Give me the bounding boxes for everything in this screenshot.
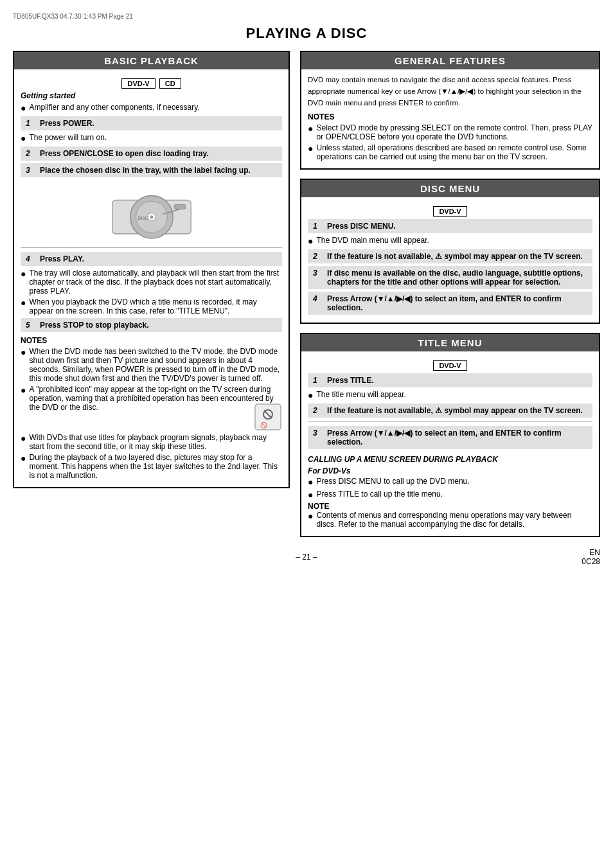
note3-text: With DVDs that use titles for playback p… (29, 433, 282, 451)
step3-num: 3 (26, 166, 36, 175)
disc-menu-badge-row: DVD-V (308, 206, 592, 217)
step5-num: 5 (26, 321, 36, 330)
note4-item: ● During the playback of a two layered d… (21, 453, 282, 480)
step2-text: Press OPEN/CLOSE to open disc loading tr… (40, 149, 209, 158)
dm-bullet1-text: The DVD main menu will appear. (317, 236, 429, 245)
title-menu-badge-row: DVD-V (308, 360, 592, 371)
bullet-amplifier: ● Amplifier and any other components, if… (21, 103, 282, 114)
title-menu-body: DVD-V 1 Press TITLE. ● The title menu wi… (301, 351, 599, 536)
calling-note-heading: NOTE (308, 502, 592, 511)
note2-item: ● A "prohibited icon" may appear at the … (21, 385, 282, 431)
step1-num: 1 (26, 119, 36, 128)
left-column: BASIC PLAYBACK DVD-V CD Getting started … (13, 51, 290, 546)
disc-menu-step2: 2 If the feature is not available, ⚠ sym… (308, 249, 592, 263)
general-body-text: DVD may contain menus to navigate the di… (308, 75, 592, 109)
bullet-icon: ● (21, 453, 26, 464)
bullet-icon: ● (308, 143, 313, 154)
page-header: TD805UF.QX33 04.7.30 1:43 PM Page 21 (13, 13, 600, 20)
cd-badge: CD (159, 78, 181, 89)
calling-bullet1: ● Press DISC MENU to call up the DVD men… (308, 477, 592, 488)
bullet-play2: ● When you playback the DVD which a titl… (21, 297, 282, 315)
prohibited-icon: 🚫 (254, 403, 282, 431)
notes-heading-left: NOTES (21, 336, 282, 345)
bullet-icon: ● (308, 477, 313, 488)
tm-bullet1-text: The title menu will appear. (317, 390, 406, 399)
getting-started-label: Getting started (21, 91, 282, 100)
general-note2: ● Unless stated, all operations describe… (308, 143, 592, 161)
step3-row: 3 Place the chosen disc in the tray, wit… (21, 163, 282, 177)
footer-lang: EN (589, 548, 600, 557)
step1-text: Press POWER. (40, 119, 94, 128)
dvdv-badge: DVD-V (121, 78, 155, 89)
note1-item: ● When the DVD mode has been switched to… (21, 347, 282, 383)
disc-svg: DISC (107, 182, 197, 240)
note1-text: When the DVD mode has been switched to t… (29, 347, 282, 383)
calling-bullet1-text: Press DISC MENU to call up the DVD menu. (317, 477, 470, 486)
tm-step2-num: 2 (313, 406, 323, 415)
calling-bullet2: ● Press TITLE to call up the title menu. (308, 490, 592, 500)
disc-menu-step3: 3 If disc menu is available on the disc,… (308, 266, 592, 289)
calling-section: CALLING UP A MENU SCREEN DURING PLAYBACK… (308, 454, 592, 529)
general-note1: ● Select DVD mode by pressing SELECT on … (308, 123, 592, 141)
title-menu-step1: 1 Press TITLE. (308, 373, 592, 387)
title-menu-divider (308, 421, 592, 422)
bullet-icon: ● (308, 490, 313, 500)
page-footer: – 21 – EN 0C28 (13, 553, 600, 562)
footer-lang-code: EN 0C28 (582, 548, 600, 566)
disc-menu-header: DISC MENU (301, 180, 599, 197)
tm-bullet1: ● The title menu will appear. (308, 390, 592, 401)
svg-rect-5 (174, 204, 186, 209)
bullet-play1: ● The tray will close automatically, and… (21, 269, 282, 296)
calling-heading: CALLING UP A MENU SCREEN DURING PLAYBACK (308, 454, 592, 465)
bullet-icon: ● (308, 236, 313, 247)
disc-menu-dvdv-badge: DVD-V (433, 206, 466, 217)
dm-step3-num: 3 (313, 269, 323, 278)
calling-note1: ● Contents of menus and corresponding me… (308, 511, 592, 529)
page-number: – 21 – (296, 553, 317, 562)
bullet-icon: ● (21, 297, 26, 308)
tm-step1-num: 1 (313, 376, 323, 385)
dm-bullet1: ● The DVD main menu will appear. (308, 236, 592, 247)
step2-row: 2 Press OPEN/CLOSE to open disc loading … (21, 146, 282, 161)
disc-menu-section: DISC MENU DVD-V 1 Press DISC MENU. ● The… (300, 179, 600, 324)
dm-step1-text: Press DISC MENU. (327, 222, 396, 231)
svg-text:DISC: DISC (138, 216, 148, 220)
svg-text:🚫: 🚫 (260, 421, 268, 429)
basic-playback-header: BASIC PLAYBACK (14, 52, 289, 69)
right-column: GENERAL FEATURES DVD may contain menus t… (300, 51, 600, 546)
play2-text: When you playback the DVD which a title … (29, 297, 282, 315)
bullet-icon: ● (21, 385, 26, 396)
step4-text: Press PLAY. (40, 254, 84, 263)
general-features-header: GENERAL FEATURES (301, 52, 599, 69)
disc-menu-step1: 1 Press DISC MENU. (308, 219, 592, 233)
dm-step4-num: 4 (313, 294, 323, 303)
disc-menu-step4: 4 Press Arrow (▼/▲/▶/◀) to select an ite… (308, 292, 592, 315)
dm-step2-num: 2 (313, 252, 323, 261)
main-content: BASIC PLAYBACK DVD-V CD Getting started … (13, 51, 600, 546)
note2-text: A "prohibited icon" may appear at the to… (29, 385, 282, 431)
title-menu-dvdv-badge: DVD-V (433, 360, 466, 371)
note4-text: During the playback of a two layered dis… (29, 453, 282, 480)
tm-step1-text: Press TITLE. (327, 376, 374, 385)
disc-image: DISC (21, 182, 282, 242)
tm-step3-num: 3 (313, 429, 323, 438)
title-menu-section: TITLE MENU DVD-V 1 Press TITLE. ● The ti… (300, 333, 600, 537)
bullet-icon: ● (21, 133, 26, 144)
note3-item: ● With DVDs that use titles for playback… (21, 433, 282, 451)
step1-row: 1 Press POWER. (21, 116, 282, 130)
bullet-icon: ● (308, 390, 313, 401)
general-features-section: GENERAL FEATURES DVD may contain menus t… (300, 51, 600, 170)
play1-text: The tray will close automatically, and p… (29, 269, 282, 296)
svg-point-4 (150, 215, 153, 218)
dm-step3-text: If disc menu is available on the disc, a… (327, 269, 587, 287)
general-notes-heading: NOTES (308, 112, 592, 121)
bullet-icon: ● (308, 511, 313, 522)
power-text: The power will turn on. (29, 133, 107, 142)
step4-row: 4 Press PLAY. (21, 252, 282, 266)
bullet-icon: ● (21, 347, 26, 358)
basic-playback-body: DVD-V CD Getting started ● Amplifier and… (14, 69, 289, 487)
step2-num: 2 (26, 149, 36, 158)
file-info: TD805UF.QX33 04.7.30 1:43 PM Page 21 (13, 13, 133, 20)
step5-row: 5 Press STOP to stop playback. (21, 318, 282, 332)
for-dvd-label: For DVD-Vs (308, 466, 592, 475)
